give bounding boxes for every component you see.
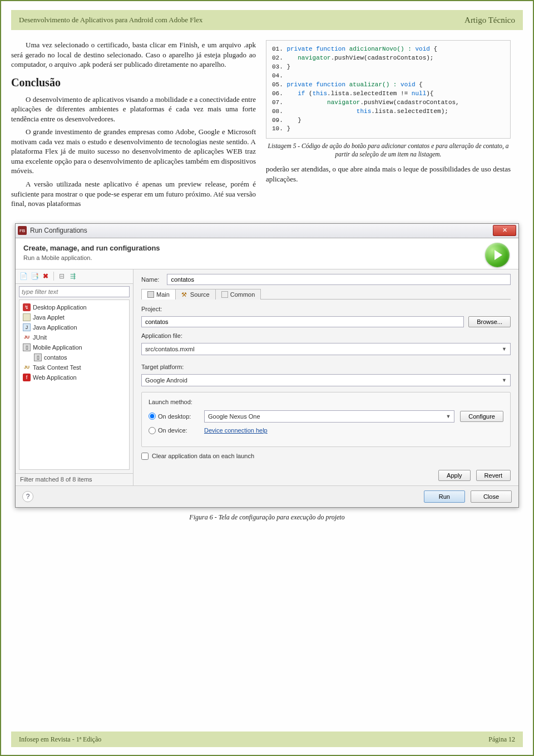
page-header: Desenvolvimento de Aplicativos para Andr… xyxy=(11,10,523,30)
clear-data-label: Clear application data on each launch xyxy=(152,453,254,459)
window-title: Run Configurations xyxy=(30,227,87,234)
name-label: Name: xyxy=(141,276,159,283)
configure-button[interactable]: Configure xyxy=(460,411,503,422)
tree-item-desktop[interactable]: ↯Desktop Application xyxy=(21,302,128,312)
apply-button[interactable]: Apply xyxy=(438,470,471,481)
filter-icon[interactable]: ⇶ xyxy=(68,272,77,281)
name-input[interactable] xyxy=(167,274,511,285)
source-tab-icon: ⚒ xyxy=(181,291,188,298)
conclusion-heading: Conclusão xyxy=(11,76,256,89)
listing-5-caption: Listagem 5 - Código de ação do botão par… xyxy=(266,142,511,159)
target-label: Target platform: xyxy=(141,364,184,370)
footer-left: Infosep em Revista - 1ª Edição xyxy=(19,735,101,744)
delete-config-icon[interactable]: ✖ xyxy=(41,272,50,281)
launch-label: Launch method: xyxy=(149,399,192,405)
dialog-subheading: Run a Mobile application. xyxy=(23,254,511,261)
main-tab-icon xyxy=(147,291,154,298)
flashbuilder-icon: FB xyxy=(18,226,27,235)
dialog-heading: Create, manage, and run configurations xyxy=(23,244,511,252)
desktop-device-combo[interactable]: Google Nexus One▼ xyxy=(204,410,454,423)
help-icon[interactable]: ? xyxy=(22,491,33,502)
run-button[interactable]: Run xyxy=(424,490,465,503)
java-applet-icon xyxy=(23,313,31,321)
close-icon: ✕ xyxy=(502,227,507,234)
paragraph-3: O grande investimento de grandes empresa… xyxy=(11,127,256,176)
project-label: Project: xyxy=(141,306,162,312)
tab-main[interactable]: Main xyxy=(141,289,176,300)
code-listing-5: 01. private function adicionarNovo() : v… xyxy=(266,40,511,139)
project-input[interactable] xyxy=(141,316,464,327)
tree-toolbar: 📄 📑 ✖ ⊟ ⇶ xyxy=(16,269,133,284)
footer-right: Página 12 xyxy=(488,735,515,744)
device-help-link[interactable]: Device connection help xyxy=(204,427,268,434)
on-device-radio[interactable] xyxy=(149,427,156,434)
page-footer: Infosep em Revista - 1ª Edição Página 12 xyxy=(11,732,523,747)
mobile-app-icon: ▯ xyxy=(23,343,31,351)
desktop-app-icon: ↯ xyxy=(23,303,31,311)
close-button[interactable]: ✕ xyxy=(493,225,516,236)
filter-status: Filter matched 8 of 8 items xyxy=(16,473,133,485)
clear-data-checkbox[interactable] xyxy=(141,453,149,460)
appfile-label: Application file: xyxy=(141,332,182,339)
tabs: Main ⚒Source Common xyxy=(141,288,511,300)
appfile-combo[interactable]: src/contatos.mxml▼ xyxy=(141,343,511,355)
header-left: Desenvolvimento de Aplicativos para Andr… xyxy=(19,16,202,24)
chevron-down-icon: ▼ xyxy=(502,346,507,352)
tree-item-junit[interactable]: JUJUnit xyxy=(21,332,128,342)
junit-icon: JU xyxy=(23,333,31,341)
paragraph-4: A versão utilizada neste aplicativo é ap… xyxy=(11,179,256,209)
run-icon xyxy=(485,243,510,267)
config-tree: ↯Desktop Application Java Applet JJava A… xyxy=(19,300,130,470)
paragraph-1: Uma vez selecionado o certificado, basta… xyxy=(11,40,256,70)
chevron-down-icon: ▼ xyxy=(446,414,451,419)
paragraph-2: O desenvolvimento de aplicativos visando… xyxy=(11,95,256,124)
tree-item-taskcontext[interactable]: JUTask Context Test xyxy=(21,362,128,372)
mobile-child-icon: ▯ xyxy=(34,354,42,361)
tree-item-webapp[interactable]: fWeb Application xyxy=(21,372,128,382)
tab-source[interactable]: ⚒Source xyxy=(175,289,216,300)
on-desktop-radio[interactable] xyxy=(149,413,156,420)
new-config-icon[interactable]: 📄 xyxy=(19,272,28,281)
java-app-icon: J xyxy=(23,323,31,331)
filter-input[interactable] xyxy=(19,286,130,297)
tree-item-contatos[interactable]: ▯contatos xyxy=(21,352,128,362)
titlebar: FB Run Configurations ✕ xyxy=(16,224,518,238)
tree-item-applet[interactable]: Java Applet xyxy=(21,312,128,322)
dialog-header: Create, manage, and run configurations R… xyxy=(16,238,518,269)
tree-item-javaapp[interactable]: JJava Application xyxy=(21,322,128,332)
paragraph-right: poderão ser atendidas, o que abre ainda … xyxy=(266,164,511,184)
task-context-icon: JU xyxy=(23,364,31,371)
figure-6-caption: Figura 6 - Tela de configuração para exe… xyxy=(11,513,523,522)
collapse-icon[interactable]: ⊟ xyxy=(57,272,66,281)
tab-common[interactable]: Common xyxy=(215,289,261,300)
header-right: Artigo Técnico xyxy=(464,16,515,25)
common-tab-icon xyxy=(221,291,228,298)
revert-button[interactable]: Revert xyxy=(476,470,511,481)
web-app-icon: f xyxy=(23,374,31,381)
tree-item-mobile[interactable]: ▯Mobile Application xyxy=(21,342,128,352)
launch-method-group: Launch method: On desktop: Google Nexus … xyxy=(141,392,511,447)
chevron-down-icon: ▼ xyxy=(502,377,507,383)
close-dialog-button[interactable]: Close xyxy=(471,490,512,503)
target-combo[interactable]: Google Android▼ xyxy=(141,374,511,386)
duplicate-config-icon[interactable]: 📑 xyxy=(30,272,39,281)
run-configurations-dialog: FB Run Configurations ✕ Create, manage, … xyxy=(15,223,519,508)
browse-button[interactable]: Browse... xyxy=(468,316,511,327)
